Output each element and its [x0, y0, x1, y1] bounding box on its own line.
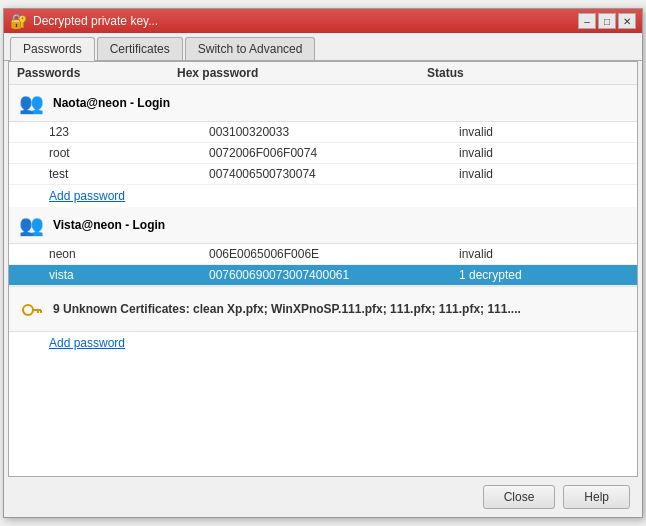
- naota-title: Naota@neon - Login: [53, 96, 170, 110]
- vista-status-1: 1 decrypted: [459, 268, 629, 282]
- vista-pwd-0: neon: [49, 247, 209, 261]
- naota-status-1: invalid: [459, 146, 629, 160]
- title-bar-icon: 🔐: [10, 13, 27, 29]
- table-header: Passwords Hex password Status: [9, 62, 637, 85]
- title-bar-buttons: – □ ✕: [578, 13, 636, 29]
- section-vista: 👥 Vista@neon - Login: [9, 207, 637, 244]
- vista-row-1[interactable]: vista 007600690073007400061 1 decrypted: [9, 265, 637, 286]
- tab-passwords[interactable]: Passwords: [10, 37, 95, 61]
- svg-point-0: [23, 305, 33, 315]
- section-naota: 👥 Naota@neon - Login: [9, 85, 637, 122]
- naota-row-1[interactable]: root 0072006F006F0074 invalid: [9, 143, 637, 164]
- naota-row-0[interactable]: 123 003100320033 invalid: [9, 122, 637, 143]
- vista-row-0[interactable]: neon 006E0065006F006E invalid: [9, 244, 637, 265]
- naota-pwd-0: 123: [49, 125, 209, 139]
- add-password-naota[interactable]: Add password: [9, 185, 637, 207]
- close-window-button[interactable]: ✕: [618, 13, 636, 29]
- add-password-vista[interactable]: Add password: [9, 332, 637, 354]
- naota-row-2[interactable]: test 0074006500730074 invalid: [9, 164, 637, 185]
- title-bar-text: 🔐 Decrypted private key...: [10, 13, 158, 29]
- minimize-button[interactable]: –: [578, 13, 596, 29]
- col-status: Status: [427, 66, 629, 80]
- naota-hex-2: 0074006500730074: [209, 167, 459, 181]
- naota-pwd-2: test: [49, 167, 209, 181]
- window-title: Decrypted private key...: [33, 14, 158, 28]
- naota-icon: 👥: [17, 91, 45, 115]
- naota-status-2: invalid: [459, 167, 629, 181]
- tabs-bar: Passwords Certificates Switch to Advance…: [4, 33, 642, 61]
- cert-key-icon: [17, 295, 45, 323]
- tab-switch-advanced[interactable]: Switch to Advanced: [185, 37, 316, 60]
- naota-hex-0: 003100320033: [209, 125, 459, 139]
- col-hex: Hex password: [177, 66, 427, 80]
- certificates-section: 9 Unknown Certificates: clean Xp.pfx; Wi…: [9, 286, 637, 332]
- vista-icon: 👥: [17, 213, 45, 237]
- col-passwords: Passwords: [17, 66, 177, 80]
- naota-pwd-1: root: [49, 146, 209, 160]
- close-button[interactable]: Close: [483, 485, 556, 509]
- tab-certificates[interactable]: Certificates: [97, 37, 183, 60]
- vista-title: Vista@neon - Login: [53, 218, 165, 232]
- vista-hex-1: 007600690073007400061: [209, 268, 459, 282]
- naota-status-0: invalid: [459, 125, 629, 139]
- vista-status-0: invalid: [459, 247, 629, 261]
- vista-pwd-1: vista: [49, 268, 209, 282]
- help-button[interactable]: Help: [563, 485, 630, 509]
- content-area: Passwords Hex password Status 👥 Naota@ne…: [8, 61, 638, 477]
- footer: Close Help: [4, 477, 642, 517]
- vista-hex-0: 006E0065006F006E: [209, 247, 459, 261]
- cert-text: 9 Unknown Certificates: clean Xp.pfx; Wi…: [53, 302, 521, 316]
- title-bar: 🔐 Decrypted private key... – □ ✕: [4, 9, 642, 33]
- restore-button[interactable]: □: [598, 13, 616, 29]
- naota-hex-1: 0072006F006F0074: [209, 146, 459, 160]
- main-window: 🔐 Decrypted private key... – □ ✕ Passwor…: [3, 8, 643, 518]
